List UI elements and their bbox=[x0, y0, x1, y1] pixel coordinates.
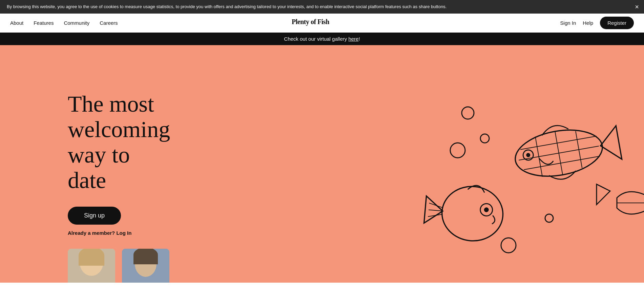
login-link[interactable]: Already a member? Log In bbox=[68, 230, 131, 236]
hero-content: The most welcoming way to date Sign up A… bbox=[0, 71, 169, 256]
announcement-bar: Check out our virtual gallery here! bbox=[0, 33, 644, 45]
announcement-link[interactable]: here bbox=[348, 36, 358, 42]
svg-line-9 bbox=[555, 131, 563, 175]
svg-line-10 bbox=[576, 131, 582, 168]
svg-point-14 bbox=[526, 153, 531, 157]
cookie-close-button[interactable]: × bbox=[635, 3, 639, 10]
svg-text:Plenty of Fish: Plenty of Fish bbox=[292, 18, 329, 26]
site-logo[interactable]: Plenty of Fish bbox=[292, 17, 353, 29]
nav-link-careers[interactable]: Careers bbox=[100, 20, 118, 26]
hero-section: The most welcoming way to date Sign up A… bbox=[0, 45, 644, 283]
svg-rect-25 bbox=[79, 255, 104, 266]
svg-point-4 bbox=[545, 214, 553, 222]
cookie-banner: By browsing this website, you agree to t… bbox=[0, 0, 644, 14]
nav-link-features[interactable]: Features bbox=[34, 20, 54, 26]
nav-sign-in[interactable]: Sign In bbox=[560, 20, 576, 26]
member-text: Already a member? bbox=[68, 230, 115, 236]
nav-links-right: Sign In Help Register bbox=[560, 17, 634, 29]
hero-title: The most welcoming way to date bbox=[68, 91, 169, 193]
register-button[interactable]: Register bbox=[600, 17, 634, 29]
svg-line-19 bbox=[429, 210, 442, 211]
svg-line-20 bbox=[428, 213, 442, 217]
fish-svg bbox=[339, 45, 644, 283]
svg-line-12 bbox=[524, 156, 600, 170]
login-label: Log In bbox=[116, 230, 131, 236]
nav-help[interactable]: Help bbox=[583, 20, 593, 26]
signup-button[interactable]: Sign up bbox=[68, 207, 121, 225]
announcement-text: Check out our virtual gallery here! bbox=[284, 36, 360, 42]
nav-link-community[interactable]: Community bbox=[64, 20, 89, 26]
svg-point-17 bbox=[484, 207, 489, 212]
svg-point-2 bbox=[480, 134, 489, 143]
nav-links-left: About Features Community Careers bbox=[10, 20, 118, 26]
svg-point-1 bbox=[462, 107, 474, 119]
svg-line-18 bbox=[429, 203, 443, 207]
nav-link-about[interactable]: About bbox=[10, 20, 23, 26]
fish-illustration bbox=[339, 45, 644, 283]
svg-line-11 bbox=[520, 136, 597, 150]
svg-line-8 bbox=[535, 136, 542, 176]
svg-point-3 bbox=[450, 143, 465, 158]
navbar: About Features Community Careers Plenty … bbox=[0, 14, 644, 33]
cookie-text: By browsing this website, you agree to t… bbox=[7, 4, 446, 9]
svg-point-15 bbox=[440, 184, 505, 243]
